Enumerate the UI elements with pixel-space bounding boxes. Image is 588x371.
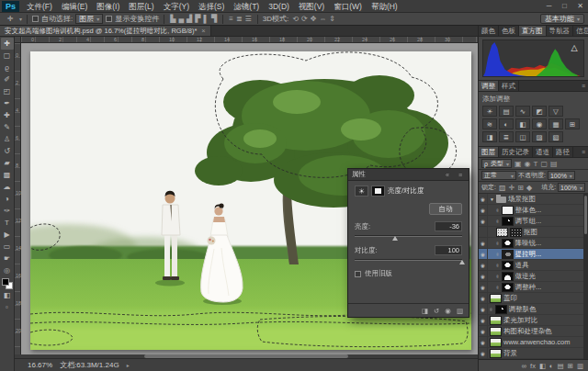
zoom-level[interactable]: 16.67% [28, 361, 52, 369]
layer-row[interactable]: ◉∞调整肤色 [479, 304, 588, 315]
3d-slide-icon[interactable]: ⇔ [318, 15, 327, 23]
3d-scale-icon[interactable]: ⇕ [328, 15, 336, 23]
tab-色板[interactable]: 色板 [499, 26, 519, 36]
blur-tool[interactable]: ☁ [1, 181, 14, 193]
adj-threshold-icon[interactable]: ◫ [515, 131, 530, 142]
layer-thumbnail[interactable] [490, 327, 502, 336]
lock-all-icon[interactable]: ◆ [526, 184, 533, 192]
layer-row[interactable]: ◉∞道具 [479, 260, 588, 271]
lock-position-icon[interactable]: ⊞ [516, 184, 525, 192]
blend-mode-dropdown[interactable]: 正常▾ [481, 171, 516, 180]
pen-tool[interactable]: ✑ [1, 205, 14, 217]
tab-图层[interactable]: 图层 [479, 147, 499, 157]
layer-visibility-toggle[interactable]: ◉ [479, 326, 488, 336]
eyedropper-tool[interactable]: ✒ [1, 97, 14, 109]
layer-visibility-toggle[interactable]: ◉ [479, 194, 488, 204]
layer-visibility-toggle[interactable] [479, 227, 488, 237]
tab-直方图[interactable]: 直方图 [519, 26, 547, 36]
adj-color-lookup-icon[interactable]: ⊞ [565, 118, 580, 129]
align-middle-icon[interactable]: ▌ [202, 15, 209, 23]
distribute-bottom-icon[interactable]: ☰ [244, 15, 253, 23]
fill-dropdown[interactable]: 100%▾ [558, 183, 585, 192]
lasso-tool[interactable]: ϱ [1, 62, 14, 73]
align-left-icon[interactable]: ▙ [169, 15, 176, 23]
properties-panel[interactable]: 属性 « ≡ ☀ 亮度/对比度 自动 亮度:-36对比度:100 使用旧版 ◨↺… [347, 168, 469, 318]
quick-mask-button[interactable]: ◧ [1, 289, 14, 301]
menu-item-1[interactable]: 编辑(E) [57, 0, 92, 13]
3d-roll-icon[interactable]: ⟳ [300, 15, 309, 23]
lock-transparent-icon[interactable]: ▨ [498, 184, 507, 192]
auto-select-target-dropdown[interactable]: 图层▾ [75, 14, 103, 24]
close-icon[interactable]: × [201, 27, 205, 35]
crop-tool[interactable]: ◰ [1, 85, 14, 97]
slider-value-input[interactable]: 100 [435, 245, 462, 255]
layer-visibility-toggle[interactable]: ◉ [479, 238, 488, 248]
group-expander-icon[interactable]: ▼ [490, 197, 494, 202]
layer-thumbnail[interactable] [502, 250, 514, 259]
layer-row[interactable]: ◉盖印 [479, 293, 588, 304]
menu-item-6[interactable]: 滤镜(T) [229, 0, 264, 13]
shape-tool[interactable]: ▭ [1, 241, 14, 253]
tab-历史记录[interactable]: 历史记录 [499, 147, 533, 157]
filter-type-layers-icon[interactable]: T [533, 160, 539, 168]
menu-item-9[interactable]: 窗口(W) [329, 0, 367, 13]
align-right-icon[interactable]: ▟ [186, 15, 193, 23]
new-group-icon[interactable]: ▤ [558, 362, 564, 370]
auto-button[interactable]: 自动 [429, 203, 462, 215]
3d-rotate-icon[interactable]: ⟲ [291, 15, 300, 23]
scrollbar-thumb[interactable] [584, 196, 587, 234]
screen-mode-button[interactable]: ▫ [1, 301, 14, 313]
align-bottom-icon[interactable]: ▜ [210, 15, 218, 23]
layer-row[interactable]: ◉柔光加对比 [479, 315, 588, 326]
panel-menu-icon[interactable]: ≡ [579, 147, 588, 157]
tab-调整[interactable]: 调整 [479, 81, 499, 91]
adj-photo-filter-icon[interactable]: ◉ [532, 118, 547, 129]
auto-select-checkbox[interactable] [32, 16, 39, 22]
brush-tool[interactable]: ✎ [1, 121, 14, 133]
quick-selection-tool[interactable]: ✐ [1, 73, 14, 85]
adj-hue-saturation-icon[interactable]: ≋ [482, 118, 497, 129]
layer-effects-icon[interactable]: fx [530, 362, 536, 370]
toggle-visibility-icon[interactable]: ◉ [445, 307, 451, 315]
filter-pixel-layers-icon[interactable]: ▣ [514, 160, 523, 168]
delete-adjustment-icon[interactable]: ▥ [457, 307, 463, 315]
layer-thumbnail[interactable] [502, 283, 514, 292]
clone-stamp-tool[interactable]: ♙ [1, 133, 14, 145]
layer-visibility-toggle[interactable]: ◉ [479, 293, 488, 303]
path-selection-tool[interactable]: ▶ [1, 229, 14, 241]
minimize-button[interactable]: ─ [541, 0, 557, 13]
filter-smart-objects-icon[interactable]: ▤ [549, 160, 559, 168]
status-arrow-icon[interactable]: ▸ [127, 362, 130, 368]
filter-shape-layers-icon[interactable]: ▢ [539, 160, 548, 168]
menu-item-4[interactable]: 文字(Y) [159, 0, 194, 13]
type-tool[interactable]: T [1, 217, 14, 229]
layer-row[interactable]: ◉∞做逆光 [479, 271, 588, 282]
horizontal-scrollbar[interactable] [15, 354, 478, 358]
lock-pixels-icon[interactable]: ✛ [508, 184, 516, 192]
layer-visibility-toggle[interactable]: ◉ [479, 304, 488, 314]
adj-brightness-contrast-icon[interactable]: ☀ [482, 106, 497, 117]
adj-posterize-icon[interactable]: ≣ [499, 131, 514, 142]
layer-thumbnail[interactable] [502, 217, 514, 226]
layer-visibility-toggle[interactable]: ◉ [479, 337, 488, 347]
adj-gradient-map-icon[interactable]: ▨ [532, 131, 547, 142]
layer-filter-dropdown[interactable]: ρ类型▾ [481, 159, 512, 168]
adj-invert-icon[interactable]: ◨ [482, 131, 497, 142]
filter-adjustment-layers-icon[interactable]: ◉ [524, 160, 532, 168]
layer-visibility-toggle[interactable]: ◉ [479, 216, 488, 226]
document-tab[interactable]: 安文超高端修图培训机构.psd @ 16.7%(提拉明暗对比, RGB/8)* … [0, 26, 211, 36]
gradient-tool[interactable]: ▩ [1, 169, 14, 181]
layer-thumbnail[interactable] [490, 338, 502, 347]
new-adjustment-layer-icon[interactable]: ◐ [549, 362, 554, 370]
opacity-dropdown[interactable]: 100%▾ [548, 171, 575, 180]
adj-exposure-icon[interactable]: ◩ [532, 106, 547, 117]
layer-visibility-toggle[interactable]: ◉ [479, 205, 488, 215]
adj-vibrance-icon[interactable]: ▽ [548, 106, 563, 117]
layer-row[interactable]: ◉∞整体色... [479, 205, 588, 216]
slider-thumb[interactable] [392, 236, 398, 241]
menu-item-10[interactable]: 帮助(H) [367, 0, 402, 13]
adj-levels-icon[interactable]: ▤ [499, 106, 514, 117]
color-swatches[interactable] [2, 278, 13, 289]
maximize-button[interactable]: □ [557, 0, 572, 13]
menu-item-3[interactable]: 图层(L) [124, 0, 158, 13]
